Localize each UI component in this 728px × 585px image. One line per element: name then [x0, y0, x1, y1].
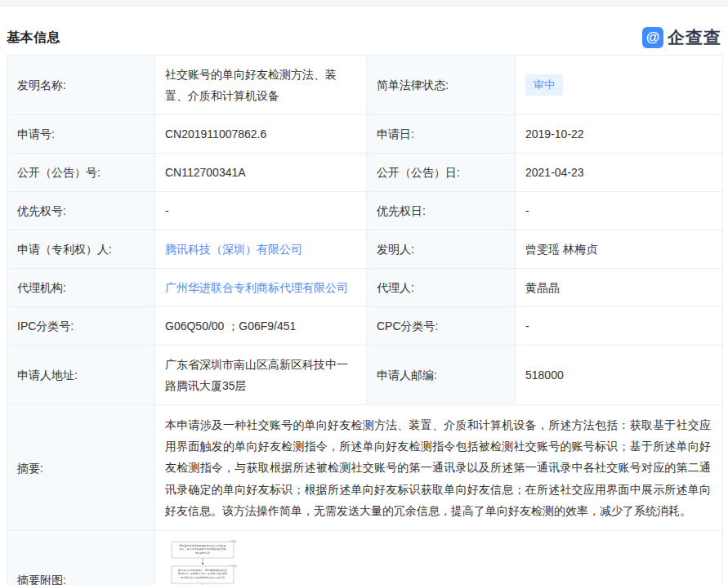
- svg-text:账号的第一通讯录以及第一通讯录中各社交账: 账号的第一通讯录以及第一通讯录中各社交账: [178, 572, 227, 575]
- svg-text:号对应的第二通讯录确定的单向好友标识: 号对应的第二通讯录确定的单向好友标识: [181, 576, 225, 579]
- qichacha-logo-text: 企查查: [668, 26, 721, 49]
- page-title: 基本信息: [7, 29, 60, 47]
- abstract-figure-thumbnail[interactable]: S202 获取基于社交应用界面触发的单向好友检测 指令，单向好友检测指令包括被检…: [162, 539, 245, 585]
- publication-date-label: 公开（公告）日:: [367, 154, 516, 192]
- top-strip: [0, 0, 728, 7]
- applicant-address-label: 申请人地址:: [7, 346, 155, 405]
- legal-status-cell: 审中: [516, 56, 723, 115]
- applicant-cell: 腾讯科技（深圳）有限公司: [155, 230, 367, 269]
- application-no-value: CN201911007862.6: [155, 115, 367, 154]
- status-badge: 审中: [525, 74, 563, 96]
- publication-no-value: CN112700341A: [155, 154, 367, 192]
- cpc-value: -: [516, 307, 723, 346]
- svg-text:号的账号标识: 号的账号标识: [195, 552, 210, 555]
- applicant-address-value: 广东省深圳市南山区高新区科技中一路腾讯大厦35层: [155, 346, 367, 405]
- priority-date-value: -: [516, 192, 723, 230]
- ipc-label: IPC分类号:: [7, 307, 155, 346]
- agency-link[interactable]: 广州华进联合专利商标代理有限公司: [165, 277, 348, 298]
- agent-value: 黄晶晶: [516, 269, 723, 307]
- agency-cell: 广州华进联合专利商标代理有限公司: [155, 269, 367, 307]
- svg-text:基于单向好友检测指令，获取根据被检测社交: 基于单向好友检测指令，获取根据被检测社交: [178, 569, 227, 572]
- agent-label: 代理人:: [367, 269, 516, 307]
- applicant-zip-label: 申请人邮编:: [367, 346, 516, 405]
- applicant-link[interactable]: 腾讯科技（深圳）有限公司: [165, 239, 302, 260]
- qichacha-logo-icon: @: [642, 27, 663, 48]
- svg-text:指令，单向好友检测指令包括被检测社交账: 指令，单向好友检测指令包括被检测社交账: [180, 547, 226, 551]
- publication-date-value: 2021-04-23: [516, 154, 723, 192]
- inventors-label: 发明人:: [367, 230, 516, 269]
- abstract-text: 本申请涉及一种社交账号的单向好友检测方法、装置、介质和计算机设备，所述方法包括：…: [155, 405, 723, 531]
- application-date-value: 2019-10-22: [516, 115, 723, 154]
- abstract-figure-cell: S202 获取基于社交应用界面触发的单向好友检测 指令，单向好友检测指令包括被检…: [155, 531, 723, 585]
- inventors-value: 曾雯瑶 林梅贞: [516, 230, 723, 269]
- qichacha-logo: @ 企查查: [642, 26, 721, 49]
- legal-status-label: 简单法律状态:: [367, 56, 516, 115]
- agency-label: 代理机构:: [7, 269, 155, 307]
- priority-no-label: 优先权号:: [7, 192, 155, 230]
- cpc-label: CPC分类号:: [367, 307, 516, 346]
- publication-no-label: 公开（公告）号:: [7, 154, 155, 192]
- application-no-label: 申请号:: [7, 115, 155, 154]
- invention-name-label: 发明名称:: [7, 56, 155, 115]
- abstract-figure-label: 摘要附图:: [7, 531, 155, 585]
- abstract-label: 摘要:: [7, 405, 155, 531]
- patent-basic-info-table: 发明名称: 社交账号的单向好友检测方法、装置、介质和计算机设备 简单法律状态: …: [7, 55, 722, 585]
- section-header: 基本信息 @ 企查查: [7, 27, 721, 48]
- application-date-label: 申请日:: [367, 115, 516, 154]
- priority-date-label: 优先权日:: [367, 192, 516, 230]
- priority-no-value: -: [155, 192, 367, 230]
- svg-text:获取基于社交应用界面触发的单向好友检测: 获取基于社交应用界面触发的单向好友检测: [180, 544, 226, 547]
- applicant-label: 申请（专利权）人:: [7, 230, 155, 269]
- applicant-zip-value: 518000: [516, 346, 723, 405]
- ipc-value: G06Q50/00 ；G06F9/451: [155, 307, 367, 346]
- invention-name-value: 社交账号的单向好友检测方法、装置、介质和计算机设备: [155, 56, 367, 115]
